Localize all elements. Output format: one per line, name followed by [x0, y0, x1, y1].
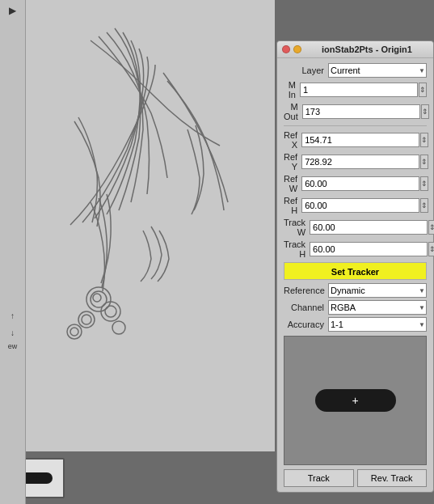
m-out-spin-icon[interactable]: ⇕ — [421, 104, 429, 119]
ref-y-label: Ref Y — [284, 152, 301, 172]
accuracy-row: Accuracy 1-1 1-2 1-4 ▼ — [284, 317, 427, 332]
crosshair-icon: + — [352, 394, 358, 407]
m-in-input[interactable] — [300, 83, 418, 97]
svg-point-6 — [82, 315, 91, 324]
track-h-spin-icon[interactable]: ⇕ — [428, 242, 434, 256]
traffic-lights — [282, 45, 301, 53]
ref-x-label: Ref X — [284, 130, 301, 150]
svg-point-3 — [101, 302, 120, 321]
accuracy-label: Accuracy — [284, 320, 328, 329]
channel-row: Channel RGBA RGB Red Green Blue Alpha ▼ — [284, 300, 427, 315]
move-down-button[interactable]: ↓ — [4, 325, 22, 340]
set-tracker-button[interactable]: Set Tracker — [284, 262, 427, 280]
svg-point-5 — [78, 311, 95, 328]
close-button[interactable] — [282, 45, 290, 53]
layer-select[interactable]: Current All — [328, 63, 427, 78]
m-out-input[interactable] — [302, 104, 420, 119]
track-h-label: Track H — [284, 239, 310, 259]
channel-select[interactable]: RGBA RGB Red Green Blue Alpha — [328, 300, 427, 315]
ref-h-input[interactable] — [301, 198, 419, 213]
ref-h-row: Ref H ⇕ — [284, 196, 427, 215]
toolbar-bottom-label: ew — [8, 342, 18, 350]
svg-point-9 — [70, 328, 78, 336]
channel-select-wrapper: RGBA RGB Red Green Blue Alpha ▼ — [328, 300, 427, 315]
ref-x-input[interactable] — [301, 133, 419, 147]
minimize-button[interactable] — [293, 45, 301, 53]
ref-y-row: Ref Y ⇕ — [284, 152, 427, 172]
svg-point-7 — [112, 321, 125, 334]
reference-label: Reference — [284, 286, 328, 295]
svg-point-8 — [67, 324, 82, 339]
accuracy-select-wrapper: 1-1 1-2 1-4 ▼ — [328, 317, 427, 332]
ref-h-label: Ref H — [284, 196, 301, 215]
svg-point-4 — [105, 306, 116, 317]
divider-1 — [284, 125, 427, 126]
reference-row: Reference Dynamic Static ▼ — [284, 283, 427, 298]
rev-track-button[interactable]: Rev. Track — [357, 469, 428, 487]
accuracy-select[interactable]: 1-1 1-2 1-4 — [328, 317, 427, 332]
reference-select[interactable]: Dynamic Static — [328, 283, 427, 298]
tracker-panel: ionStab2Pts - Origin1 Layer Current All … — [276, 40, 434, 493]
tracker-preview: + — [284, 336, 427, 465]
ref-w-input[interactable] — [301, 176, 419, 191]
track-button[interactable]: Track — [284, 469, 354, 487]
canvas-area — [0, 0, 275, 504]
reference-select-wrapper: Dynamic Static ▼ — [328, 283, 427, 298]
m-in-label: M In — [284, 80, 300, 100]
layer-row: Layer Current All ▼ — [284, 63, 427, 78]
track-w-spin-icon[interactable]: ⇕ — [428, 220, 434, 235]
panel-body: Layer Current All ▼ M In ⇕ M Out ⇕ Ref X — [277, 58, 433, 492]
sketch-drawing — [26, 0, 275, 453]
ref-x-spin-icon[interactable]: ⇕ — [420, 133, 428, 147]
ref-y-spin-icon[interactable]: ⇕ — [420, 155, 428, 169]
ref-w-row: Ref W ⇕ — [284, 174, 427, 193]
m-out-label: M Out — [284, 102, 302, 121]
layer-label: Layer — [284, 66, 328, 75]
track-w-row: Track W ⇕ — [284, 218, 427, 237]
ref-w-spin-icon[interactable]: ⇕ — [420, 176, 428, 191]
ref-y-input[interactable] — [301, 155, 419, 169]
arrow-right-icon[interactable]: ▶ — [4, 3, 22, 18]
ref-x-row: Ref X ⇕ — [284, 130, 427, 150]
m-in-spin-icon[interactable]: ⇕ — [419, 83, 427, 97]
panel-title: ionStab2Pts - Origin1 — [305, 44, 428, 54]
ref-w-label: Ref W — [284, 174, 301, 193]
move-up-button[interactable]: ↑ — [4, 308, 22, 323]
panel-titlebar[interactable]: ionStab2Pts - Origin1 — [277, 41, 433, 58]
layer-select-wrapper: Current All ▼ — [328, 63, 427, 78]
track-w-label: Track W — [284, 218, 310, 237]
m-out-row: M Out ⇕ — [284, 102, 427, 121]
track-h-row: Track H ⇕ — [284, 239, 427, 259]
m-in-row: M In ⇕ — [284, 80, 427, 100]
channel-label: Channel — [284, 303, 328, 312]
track-buttons-row: Track Rev. Track — [284, 469, 427, 487]
svg-point-2 — [93, 294, 101, 302]
ref-h-spin-icon[interactable]: ⇕ — [420, 198, 428, 213]
track-w-input[interactable] — [310, 220, 428, 235]
left-toolbar: ▶ ↑ ↓ ew — [0, 0, 26, 504]
thumb-plus-icon: + — [33, 472, 40, 485]
track-h-input[interactable] — [310, 242, 428, 256]
